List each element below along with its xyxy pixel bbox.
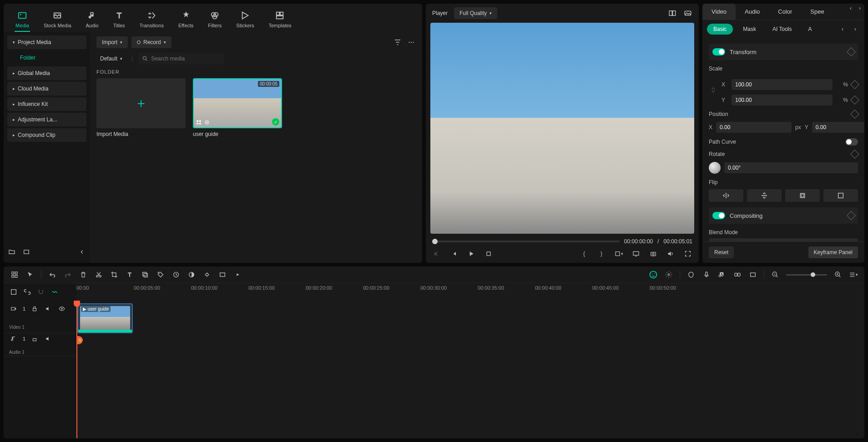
eye-icon[interactable] (57, 304, 66, 313)
keyframe-icon[interactable] (850, 150, 859, 159)
compositing-toggle[interactable] (712, 212, 725, 219)
seek-bar[interactable] (432, 241, 620, 242)
pos-x-input[interactable] (716, 122, 792, 133)
lock-icon[interactable] (30, 334, 39, 343)
more-tools-icon[interactable] (233, 270, 242, 279)
volume-icon[interactable] (666, 249, 675, 258)
snapshot-icon[interactable] (683, 9, 692, 18)
scale-x-input[interactable] (732, 79, 833, 90)
color-icon[interactable] (187, 270, 196, 279)
timeline-clip[interactable]: ▶ user guide (77, 303, 133, 333)
aspect-icon[interactable] (748, 270, 757, 279)
link-tracks-icon[interactable] (23, 287, 32, 296)
fill-button[interactable] (823, 189, 858, 202)
compare-icon[interactable] (668, 9, 677, 18)
step-back-icon[interactable] (449, 249, 459, 258)
subtab-more[interactable]: A (802, 24, 818, 35)
nav-filters[interactable]: Filters (207, 7, 222, 32)
keyframe-icon[interactable] (850, 110, 859, 119)
video-track-header[interactable]: 1 Video 1 (4, 301, 76, 333)
nav-audio[interactable]: Audio (85, 7, 100, 32)
delete-icon[interactable] (79, 270, 88, 279)
track-height-icon[interactable]: ▾ (849, 270, 858, 279)
mark-in-icon[interactable]: { (580, 249, 589, 258)
audio-track-header[interactable]: 1 Audio 1 (4, 333, 76, 356)
face-icon[interactable] (649, 270, 658, 279)
flip-horizontal-button[interactable] (709, 189, 743, 202)
marker-icon[interactable] (686, 270, 696, 279)
filter-icon[interactable] (393, 38, 402, 47)
record-button[interactable]: Record▾ (131, 36, 172, 48)
layout-icon[interactable] (10, 270, 19, 279)
subtabs-next-icon[interactable]: › (851, 25, 860, 34)
redo-icon[interactable] (63, 270, 72, 279)
text-tool-icon[interactable] (125, 270, 134, 279)
sidebar-cloud-media[interactable]: ▸Cloud Media (7, 82, 86, 95)
play-icon[interactable] (467, 249, 476, 258)
keyframe-icon[interactable] (850, 95, 859, 105)
rotate-knob[interactable] (709, 162, 721, 174)
mute-icon[interactable] (44, 334, 53, 343)
nav-transitions[interactable]: Transitions (139, 7, 165, 32)
subtab-ai-tools[interactable]: AI Tools (766, 24, 798, 35)
sidebar-compound-clip[interactable]: ▸Compound Clip (7, 128, 86, 142)
import-button[interactable]: Import▾ (96, 36, 128, 48)
keyframe-panel-button[interactable]: Keyframe Panel (808, 246, 858, 258)
slider-handle[interactable] (811, 272, 815, 277)
scale-y-input[interactable] (732, 95, 833, 105)
playhead[interactable] (76, 301, 77, 438)
zoom-in-icon[interactable] (833, 270, 843, 279)
zoom-slider[interactable] (786, 274, 827, 276)
quality-dropdown[interactable]: Full Quality▾ (454, 7, 497, 19)
fullscreen-icon[interactable] (683, 249, 692, 258)
transform-section-header[interactable]: Transform (709, 44, 858, 60)
display-icon[interactable] (631, 249, 641, 258)
nav-effects[interactable]: Effects (177, 7, 194, 32)
tabs-prev-icon[interactable]: ‹ (846, 4, 855, 13)
render-icon[interactable] (218, 270, 227, 279)
subtabs-prev-icon[interactable]: ‹ (838, 25, 847, 34)
path-curve-toggle[interactable] (845, 138, 858, 146)
nav-templates[interactable]: Templates (267, 7, 292, 32)
compositing-section-header[interactable]: Compositing (709, 207, 858, 224)
rotate-input[interactable] (724, 162, 858, 173)
tab-audio[interactable]: Audio (736, 4, 769, 20)
track-add-icon[interactable] (9, 287, 18, 296)
pointer-icon[interactable] (25, 270, 35, 279)
reset-button[interactable]: Reset (709, 246, 734, 258)
sidebar-project-media[interactable]: ▾Project Media (7, 35, 86, 49)
keyframe-tool-icon[interactable] (202, 270, 212, 279)
brightness-icon[interactable] (664, 270, 673, 279)
collapse-sidebar-icon[interactable] (77, 247, 86, 256)
player-viewport[interactable] (430, 23, 694, 234)
keyframe-icon[interactable] (847, 211, 856, 220)
transform-toggle[interactable] (712, 48, 725, 55)
search-input[interactable] (138, 53, 224, 65)
flip-vertical-button[interactable] (747, 189, 782, 202)
link-icon[interactable] (733, 270, 742, 279)
cut-icon[interactable] (94, 270, 103, 279)
new-folder-icon[interactable] (7, 247, 16, 256)
copy-icon[interactable] (141, 270, 150, 279)
timeline-ruler[interactable]: 00:00 00:00:05:00 00:00:10:00 00:00:15:0… (76, 283, 864, 301)
import-media-card[interactable]: ＋ Import Media (96, 78, 186, 137)
sidebar-global-media[interactable]: ▸Global Media (7, 66, 86, 80)
blend-mode-select[interactable]: Normal▾ (709, 238, 858, 241)
sidebar-folder[interactable]: Folder (15, 51, 86, 65)
sidebar-influence-kit[interactable]: ▸Influence Kit (7, 97, 86, 111)
sidebar-adjustment-layer[interactable]: ▸Adjustment La... (7, 113, 86, 126)
lock-icon[interactable] (30, 304, 39, 313)
timeline-track-area[interactable]: ▶ user guide 🔒 (76, 301, 864, 438)
tab-color[interactable]: Color (769, 4, 801, 20)
subtab-basic[interactable]: Basic (707, 24, 733, 35)
crop-tool-icon[interactable] (110, 270, 119, 279)
mic-icon[interactable] (702, 270, 711, 279)
nav-stock-media[interactable]: Stock Media (43, 7, 72, 32)
tabs-next-icon[interactable]: › (855, 4, 864, 13)
tab-video[interactable]: Video (702, 4, 736, 20)
zoom-out-icon[interactable] (771, 270, 780, 279)
mute-icon[interactable] (44, 304, 53, 313)
nav-titles[interactable]: Titles (112, 7, 126, 32)
tag-icon[interactable] (156, 270, 165, 279)
magnet-icon[interactable] (36, 287, 45, 296)
